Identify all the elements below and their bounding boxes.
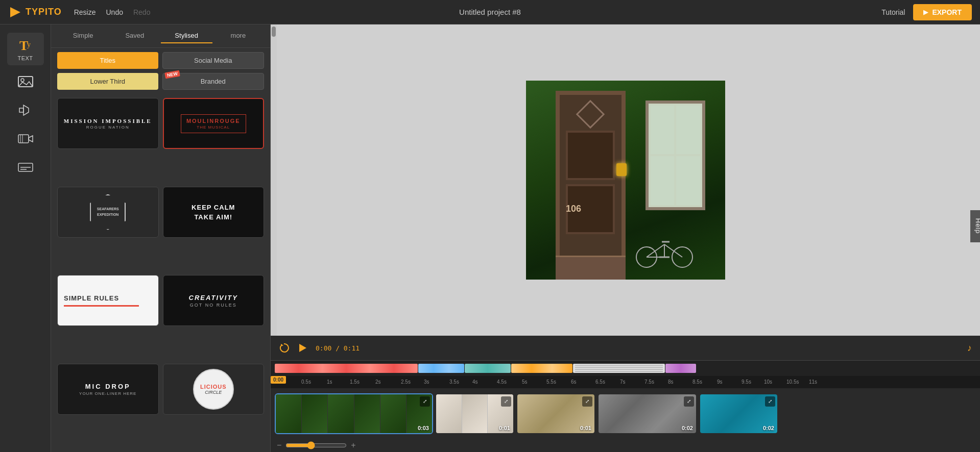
filter-row-1: Titles Social Media [57, 52, 264, 69]
image-icon [17, 73, 34, 90]
sidebar-item-text[interactable]: T y TEXT [7, 33, 44, 65]
sidebar-item-caption[interactable] [7, 155, 44, 180]
track-segment-1 [275, 364, 418, 373]
ruler-8s: 8s [668, 379, 674, 385]
ruler-1s: 1s [327, 379, 332, 385]
ruler-11s: 11s [809, 379, 817, 385]
sidebar-item-text-label: TEXT [17, 55, 33, 61]
template-simple-rules[interactable]: SIMPLE RULES [57, 275, 159, 326]
tab-more[interactable]: more [212, 29, 264, 43]
svg-marker-21 [281, 344, 283, 346]
ruler-3s: 3s [424, 379, 429, 385]
tab-simple[interactable]: Simple [57, 29, 109, 43]
track-segment-3 [465, 364, 511, 373]
template-seafarers[interactable]: SEAFARERSEXPEDITION [57, 187, 159, 238]
micdrop-title: MIC DROP [85, 383, 131, 390]
door-diamond [576, 99, 605, 129]
ruler-4s: 4s [472, 379, 478, 385]
tab-saved[interactable]: Saved [109, 29, 160, 43]
panel-tabs: Simple Saved Stylised more [51, 24, 270, 48]
template-licious-circle[interactable]: LICIOUS CIRCLE [163, 364, 265, 415]
svg-text:y: y [27, 41, 31, 48]
keepcalm-line2: TAKE AIM! [194, 213, 232, 221]
undo-button[interactable]: Undo [106, 8, 123, 16]
tab-stylised[interactable]: Stylised [161, 29, 212, 43]
audio-icon [17, 102, 34, 118]
svg-line-15 [647, 244, 664, 257]
zoom-slider[interactable] [285, 441, 347, 449]
tutorial-button[interactable]: Tutorial [881, 8, 905, 16]
restart-button[interactable] [279, 343, 289, 353]
sidebar-item-audio[interactable] [7, 98, 44, 122]
filter-branded[interactable]: NEW Branded [162, 73, 265, 90]
music-icon[interactable]: ♪ [967, 343, 972, 354]
filter-lower-third[interactable]: Lower Third [57, 73, 158, 90]
scroll-indicator[interactable] [271, 24, 277, 336]
ruler-6s: 6s [571, 379, 577, 385]
template-mic-drop[interactable]: MIC DROP YOUR ONE-LINER HERE [57, 364, 159, 415]
template-grid: MISSION IMPOSSIBLE ROGUE NATION MOULINRO… [51, 94, 270, 452]
timeline-clips: 0:03 ⤢ 0:01 ⤢ 0:01 [271, 388, 980, 439]
help-button[interactable]: Help [970, 210, 980, 242]
clip-3[interactable]: 0:01 ⤢ [516, 393, 595, 434]
logo-icon [8, 5, 22, 19]
filter-social-media[interactable]: Social Media [162, 52, 265, 69]
clip-5[interactable]: 0:02 ⤢ [699, 393, 778, 434]
playback-bar: 0:00 / 0:11 ♪ [271, 336, 980, 360]
zoom-out-button[interactable]: − [277, 441, 281, 450]
ruler-2s: 2s [375, 379, 381, 385]
door-steps [556, 256, 626, 280]
restart-icon [279, 343, 289, 353]
video-canvas: 106 [526, 81, 725, 280]
svg-rect-3 [18, 77, 33, 87]
track-segment-2 [418, 364, 464, 373]
svg-marker-22 [299, 344, 306, 352]
clip-1[interactable]: 0:03 ⤢ [275, 393, 433, 434]
clip-3-expand[interactable]: ⤢ [582, 396, 592, 407]
clip-4[interactable]: 0:02 ⤢ [597, 393, 697, 434]
topbar-right: Tutorial ▶ EXPORT [881, 4, 972, 20]
export-button[interactable]: ▶ EXPORT [913, 4, 972, 20]
sidebar-item-video[interactable] [7, 127, 44, 151]
moulin-subtitle: THE MUSICAL [186, 125, 241, 130]
clip-2-expand[interactable]: ⤢ [501, 396, 511, 407]
svg-line-16 [664, 244, 682, 257]
new-badge: NEW [164, 70, 180, 79]
resize-button[interactable]: Resize [74, 8, 96, 16]
play-button[interactable] [297, 343, 307, 353]
bicycle-area [634, 234, 695, 270]
text-icon: T y [17, 37, 34, 53]
creativity-title: CREATIVITY [189, 294, 238, 302]
scroll-thumb[interactable] [272, 27, 276, 37]
template-mission-impossible[interactable]: MISSION IMPOSSIBLE ROGUE NATION [57, 98, 159, 149]
play-icon [297, 343, 307, 353]
redo-button[interactable]: Redo [133, 8, 150, 16]
panel-filter-tabs: Titles Social Media Lower Third NEW Bran… [51, 48, 270, 94]
clip-5-expand[interactable]: ⤢ [765, 396, 775, 407]
template-moulin-rouge[interactable]: MOULINROUGE THE MUSICAL [163, 98, 265, 149]
template-keep-calm[interactable]: KEEP CALM TAKE AIM! [163, 187, 265, 238]
creativity-subtitle: GOT NO RULES [190, 303, 237, 308]
sidebar-item-image[interactable] [7, 69, 44, 94]
clip-2[interactable]: 0:01 ⤢ [435, 393, 514, 434]
timeline-tracks [271, 361, 980, 376]
ruler-5.5s: 5.5s [546, 379, 556, 385]
timeline-ruler: 0:00 0.5s 1s 1.5s 2s 2.5s 3s 3.5s 4s 4.5… [271, 376, 980, 388]
filter-titles[interactable]: Titles [57, 52, 158, 69]
video-icon [17, 131, 34, 147]
svg-marker-0 [10, 7, 20, 17]
export-play-icon: ▶ [923, 9, 928, 16]
main-content: T y TEXT [0, 24, 980, 452]
ruler-7.5s: 7.5s [644, 379, 654, 385]
sidebar-icons: T y TEXT [0, 24, 51, 452]
seafarers-text: SEAFARERSEXPEDITION [97, 207, 119, 217]
clip-5-duration: 0:02 [763, 425, 774, 431]
app-logo[interactable]: TYPITO [8, 5, 62, 19]
template-creativity[interactable]: CREATIVITY GOT NO RULES [163, 275, 265, 326]
clip-4-expand[interactable]: ⤢ [684, 396, 694, 407]
clip-1-expand[interactable]: ⤢ [420, 396, 430, 407]
project-title: Untitled project #8 [459, 8, 521, 16]
ruler-9.5s: 9.5s [742, 379, 751, 385]
zoom-in-button[interactable]: + [351, 441, 355, 450]
svg-point-4 [21, 79, 24, 82]
